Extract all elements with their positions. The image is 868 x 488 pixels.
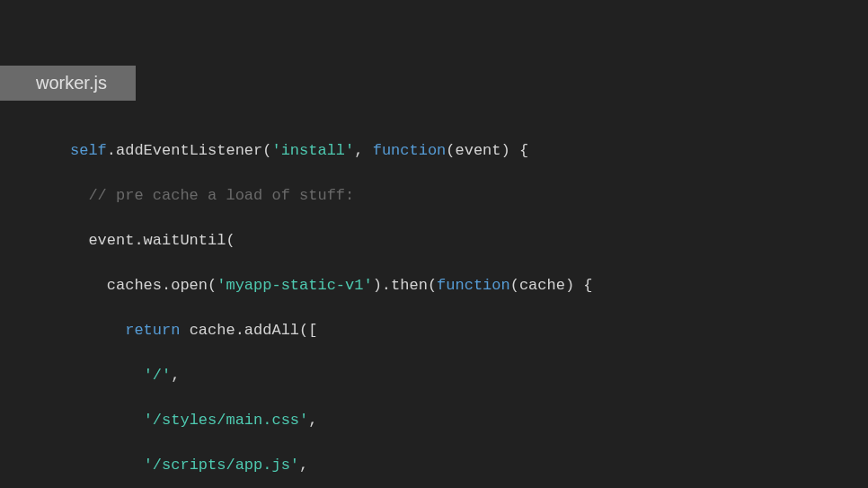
token: ,: [354, 142, 372, 159]
token: caches.open(: [70, 277, 217, 294]
token: (event) {: [446, 142, 528, 159]
code-editor[interactable]: self.addEventListener('install', functio…: [70, 117, 602, 488]
file-tab-label: worker.js: [36, 73, 107, 93]
code-line: '/',: [70, 364, 602, 386]
token-string: 'install': [271, 142, 354, 159]
token-keyword: function: [437, 277, 510, 294]
token-string: 'myapp-static-v1': [217, 277, 372, 294]
code-line: caches.open('myapp-static-v1').then(func…: [70, 274, 602, 297]
token-keyword: return: [125, 322, 180, 339]
token-string: '/': [144, 367, 172, 384]
token-comment: // pre cache a load of stuff:: [88, 187, 354, 204]
code-line: '/scripts/app.js',: [70, 454, 602, 476]
code-line: // pre cache a load of stuff:: [70, 184, 602, 207]
token-keyword: function: [373, 142, 447, 159]
token: ).then(: [373, 277, 437, 294]
token-string: '/styles/main.css': [144, 412, 309, 429]
token: ,: [299, 457, 308, 474]
code-line: return cache.addAll([: [70, 319, 602, 342]
file-tab[interactable]: worker.js: [0, 66, 136, 101]
token: [70, 412, 144, 429]
token: cache.addAll([: [180, 322, 317, 339]
token: [70, 367, 144, 384]
token: (cache) {: [510, 277, 593, 294]
token-string: '/scripts/app.js': [144, 457, 299, 474]
token-self: self: [70, 142, 107, 159]
code-line: '/styles/main.css',: [70, 409, 602, 431]
code-line: event.waitUntil(: [70, 229, 602, 252]
token: [70, 187, 88, 204]
token: ,: [308, 412, 317, 429]
token: ,: [171, 367, 180, 384]
token: [70, 322, 125, 339]
token: [70, 457, 144, 474]
code-line: self.addEventListener('install', functio…: [70, 139, 602, 162]
token: .addEventListener(: [107, 142, 272, 159]
token: event.waitUntil(: [70, 232, 235, 249]
